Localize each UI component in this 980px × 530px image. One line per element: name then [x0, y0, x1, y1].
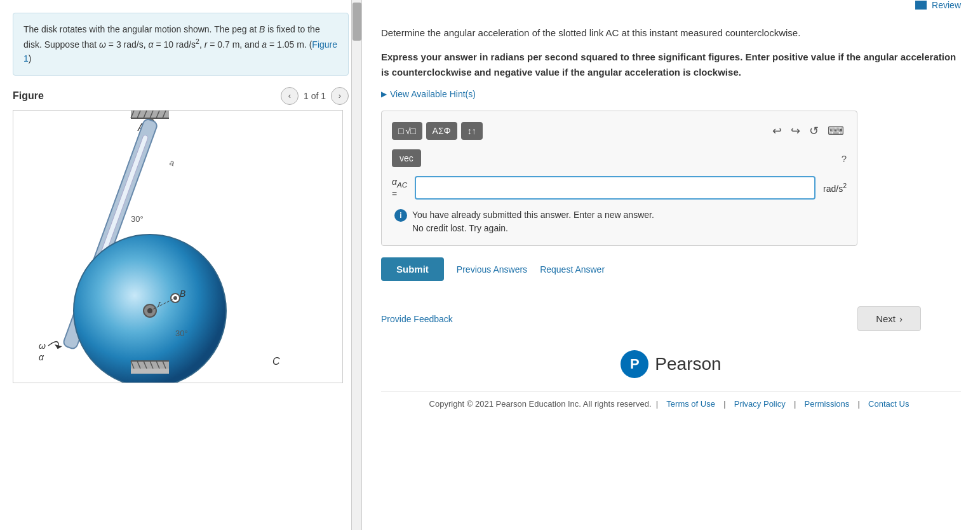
figure-link[interactable]: Figure 1 — [23, 39, 337, 64]
copyright-text: Copyright © 2021 Pearson Education Inc. … — [429, 399, 652, 409]
hint-label: View Available Hint(s) — [390, 89, 476, 99]
pearson-brand-name: Pearson — [655, 354, 721, 374]
help-icon[interactable]: ? — [842, 153, 847, 164]
svg-rect-27 — [131, 369, 169, 374]
sqrt-icon: √□ — [405, 126, 415, 136]
review-icon — [915, 1, 927, 10]
figure-section: Figure ‹ 1 of 1 › — [13, 87, 349, 383]
action-row: Submit Previous Answers Request Answer — [381, 257, 857, 281]
unit-label: rad/s2 — [823, 182, 847, 194]
figure-svg: A a 30° — [13, 111, 333, 383]
undo-btn[interactable]: ↩ — [770, 121, 784, 140]
contact-link[interactable]: Contact Us — [868, 399, 909, 409]
svg-text:α: α — [39, 352, 44, 362]
hint-arrow-icon: ▶ — [381, 90, 387, 99]
hint-link[interactable]: ▶ View Available Hint(s) — [381, 89, 961, 99]
left-panel: The disk rotates with the angular motion… — [0, 0, 362, 530]
svg-text:ω: ω — [39, 341, 46, 351]
prev-figure-btn[interactable]: ‹ — [281, 87, 299, 105]
refresh-btn[interactable]: ↺ — [807, 121, 821, 140]
answer-input[interactable] — [415, 176, 816, 200]
arrows-btn[interactable]: ↕↑ — [461, 122, 483, 140]
footer: Copyright © 2021 Pearson Education Inc. … — [381, 391, 961, 414]
next-arrow-icon: › — [899, 313, 903, 324]
submit-btn[interactable]: Submit — [381, 257, 444, 281]
review-link[interactable]: Review — [915, 0, 961, 10]
alpha-btn[interactable]: ΑΣΦ — [426, 122, 457, 140]
request-answer-link[interactable]: Request Answer — [540, 264, 605, 275]
problem-box: The disk rotates with the angular motion… — [13, 13, 349, 76]
pearson-section: P Pearson — [381, 350, 961, 378]
feedback-text: You have already submitted this answer. … — [412, 208, 654, 235]
diagram-svg: A a 30° — [13, 111, 333, 383]
undo-icon: ↩ — [772, 125, 782, 137]
pearson-logo-letter: P — [630, 356, 640, 372]
vec-row: vec ? — [392, 149, 847, 167]
provide-feedback-link[interactable]: Provide Feedback — [381, 314, 453, 324]
figure-counter: 1 of 1 — [304, 91, 326, 101]
answer-box: □ √□ ΑΣΦ ↕↑ ↩ ↪ ↺ — [381, 111, 857, 246]
permissions-link[interactable]: Permissions — [804, 399, 849, 409]
input-label: αAC= — [392, 177, 407, 199]
next-label: Next — [876, 313, 896, 324]
svg-text:30°: 30° — [175, 329, 188, 338]
pearson-logo: P — [621, 350, 648, 378]
terms-link[interactable]: Terms of Use — [666, 399, 715, 409]
svg-text:30°: 30° — [131, 214, 144, 224]
question-text: Determine the angular acceleration of th… — [381, 25, 961, 41]
math-toolbar: □ √□ ΑΣΦ ↕↑ ↩ ↪ ↺ — [392, 121, 847, 140]
info-icon: i — [394, 209, 407, 222]
previous-answers-link[interactable]: Previous Answers — [457, 264, 527, 275]
question-bold: Express your answer in radians per secon… — [381, 50, 961, 80]
feedback-row: i You have already submitted this answer… — [392, 208, 847, 235]
privacy-link[interactable]: Privacy Policy — [734, 399, 786, 409]
bottom-section: Provide Feedback Next › — [381, 300, 921, 331]
svg-text:B: B — [180, 289, 185, 299]
review-label: Review — [932, 0, 961, 10]
problem-text: The disk rotates with the angular motion… — [23, 24, 337, 64]
figure-header: Figure ‹ 1 of 1 › — [13, 87, 349, 105]
svg-text:C: C — [272, 356, 280, 367]
redo-btn[interactable]: ↪ — [788, 121, 803, 140]
keyboard-btn[interactable]: ⌨ — [825, 121, 847, 140]
next-figure-btn[interactable]: › — [331, 87, 349, 105]
figure-nav: ‹ 1 of 1 › — [281, 87, 349, 105]
keyboard-icon: ⌨ — [828, 125, 844, 137]
vec-btn[interactable]: vec — [392, 149, 421, 167]
right-panel: Review Determine the angular acceleratio… — [362, 0, 980, 530]
next-btn[interactable]: Next › — [857, 306, 921, 331]
vec-btn-label: vec — [399, 153, 413, 163]
figure-image-container: A a 30° — [13, 110, 343, 383]
input-row: αAC= rad/s2 — [392, 176, 847, 200]
refresh-icon: ↺ — [809, 125, 819, 137]
figure-title: Figure — [13, 90, 44, 102]
math-btn[interactable]: □ √□ — [392, 122, 422, 140]
arrows-btn-label: ↕↑ — [467, 126, 476, 136]
redo-icon: ↪ — [791, 125, 800, 137]
alpha-btn-label: ΑΣΦ — [433, 126, 451, 136]
math-btn-label: □ — [398, 126, 403, 136]
